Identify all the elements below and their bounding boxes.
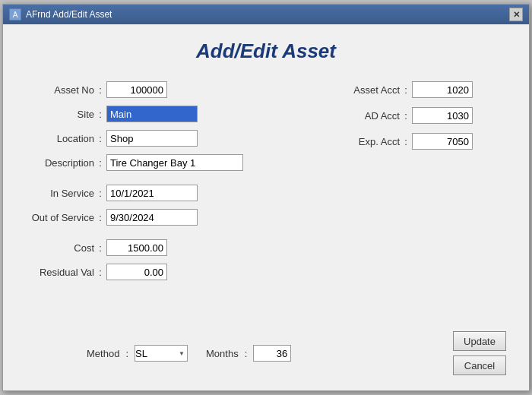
asset-no-input[interactable] bbox=[106, 81, 167, 98]
residual-row: Residual Val : bbox=[26, 264, 309, 280]
window-title: AFrnd Add/Edit Asset bbox=[26, 9, 112, 20]
site-row: Site : bbox=[26, 106, 309, 122]
out-service-colon: : bbox=[94, 212, 106, 223]
method-area: Method : SLDBSOYD Months : bbox=[87, 345, 291, 362]
ad-acct-row: AD Acct : bbox=[339, 107, 506, 124]
buttons-area: Update Cancel bbox=[453, 331, 506, 375]
site-input[interactable] bbox=[106, 106, 198, 122]
main-window: A AFrnd Add/Edit Asset ✕ Add/Edit Asset … bbox=[2, 4, 530, 391]
title-bar: A AFrnd Add/Edit Asset ✕ bbox=[3, 5, 529, 24]
description-label: Description bbox=[26, 157, 94, 169]
close-button[interactable]: ✕ bbox=[509, 8, 523, 21]
asset-no-row: Asset No : bbox=[26, 81, 309, 98]
location-label: Location bbox=[26, 133, 94, 144]
exp-acct-colon: : bbox=[400, 136, 412, 147]
asset-acct-input[interactable] bbox=[412, 81, 473, 98]
residual-input[interactable] bbox=[106, 264, 167, 280]
method-label: Method bbox=[87, 348, 119, 359]
cancel-button[interactable]: Cancel bbox=[453, 356, 506, 375]
page-heading: Add/Edit Asset bbox=[26, 40, 506, 63]
months-colon: : bbox=[245, 348, 248, 359]
description-row: Description : bbox=[26, 154, 309, 171]
in-service-colon: : bbox=[94, 188, 106, 199]
exp-acct-label: Exp. Acct bbox=[339, 136, 400, 147]
method-select-wrapper: SLDBSOYD bbox=[135, 345, 188, 362]
out-service-input[interactable] bbox=[106, 209, 198, 226]
out-service-row: Out of Service : bbox=[26, 209, 309, 226]
cost-input[interactable] bbox=[106, 239, 167, 256]
asset-acct-label: Asset Acct bbox=[339, 84, 400, 96]
description-input[interactable] bbox=[106, 154, 243, 171]
cost-label: Cost bbox=[26, 242, 94, 254]
ad-acct-input[interactable] bbox=[412, 107, 473, 124]
location-input[interactable] bbox=[106, 130, 198, 147]
residual-colon: : bbox=[94, 267, 106, 278]
ad-acct-label: AD Acct bbox=[339, 110, 400, 122]
app-icon: A bbox=[9, 8, 21, 21]
asset-acct-colon: : bbox=[400, 84, 412, 96]
ad-acct-colon: : bbox=[400, 110, 412, 122]
method-colon: : bbox=[125, 348, 128, 359]
residual-label: Residual Val bbox=[26, 267, 94, 278]
out-service-label: Out of Service bbox=[26, 212, 94, 223]
exp-acct-input[interactable] bbox=[412, 133, 473, 150]
in-service-label: In Service bbox=[26, 188, 94, 199]
asset-acct-row: Asset Acct : bbox=[339, 81, 506, 98]
asset-no-label: Asset No bbox=[26, 84, 94, 96]
form-right: Asset Acct : AD Acct : Exp. Acct : bbox=[339, 81, 506, 324]
location-colon: : bbox=[94, 133, 106, 144]
site-colon: : bbox=[94, 109, 106, 120]
form-area: Asset No : Site : Location : bbox=[26, 81, 506, 324]
method-select[interactable]: SLDBSOYD bbox=[135, 345, 188, 362]
exp-acct-row: Exp. Acct : bbox=[339, 133, 506, 150]
months-label: Months bbox=[206, 348, 239, 359]
location-row: Location : bbox=[26, 130, 309, 147]
site-label: Site bbox=[26, 109, 94, 120]
cost-colon: : bbox=[94, 242, 106, 254]
description-colon: : bbox=[94, 157, 106, 169]
update-button[interactable]: Update bbox=[453, 331, 506, 351]
title-bar-left: A AFrnd Add/Edit Asset bbox=[9, 8, 112, 21]
months-input[interactable] bbox=[253, 345, 291, 362]
cost-row: Cost : bbox=[26, 239, 309, 256]
bottom-row: Method : SLDBSOYD Months : Update Cancel bbox=[26, 331, 506, 375]
in-service-input[interactable] bbox=[106, 185, 198, 201]
in-service-row: In Service : bbox=[26, 185, 309, 201]
content-area: Add/Edit Asset Asset No : Site : Loc bbox=[3, 24, 529, 390]
form-left: Asset No : Site : Location : bbox=[26, 81, 309, 324]
asset-no-colon: : bbox=[94, 84, 106, 96]
